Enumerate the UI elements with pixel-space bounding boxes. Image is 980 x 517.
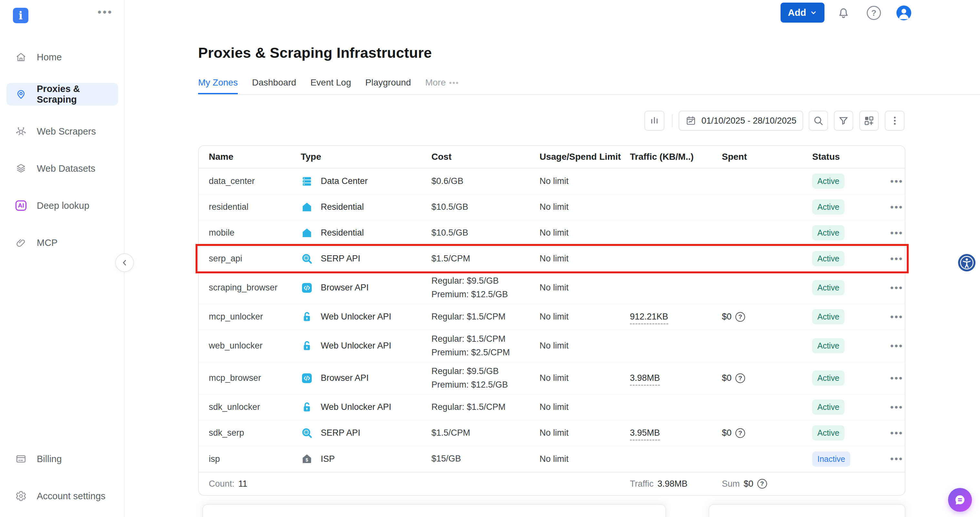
table-row[interactable]: serp_apiSERP API$1.5/CPMNo limitActive••… xyxy=(199,246,905,272)
zone-name: scraping_browser xyxy=(209,283,301,293)
zone-type: Data Center xyxy=(301,175,431,188)
tab-label: More xyxy=(425,78,446,88)
row-menu-dots-icon[interactable]: ••• xyxy=(890,312,904,322)
sidebar-item-mcp[interactable]: MCP xyxy=(6,231,118,254)
zone-status: Inactive xyxy=(812,452,890,467)
column-header: Type xyxy=(301,152,431,162)
more-options-button[interactable] xyxy=(885,111,905,131)
accessibility-button[interactable] xyxy=(958,254,975,271)
sidebar-item-label: Web Scrapers xyxy=(37,126,96,137)
sidebar-item-home[interactable]: Home xyxy=(6,46,118,68)
traffic-value[interactable]: 3.98MB xyxy=(630,373,660,386)
app-root: i ••• HomeProxies & ScrapingWeb Scrapers… xyxy=(0,0,980,517)
table-row[interactable]: residentialResidential$10.5/GBNo limitAc… xyxy=(199,194,905,220)
zone-name: isp xyxy=(209,454,301,464)
zone-status: Active xyxy=(812,225,890,240)
spent-help-icon[interactable]: ? xyxy=(735,374,745,383)
row-menu-dots-icon[interactable]: ••• xyxy=(890,282,904,293)
sidebar-item-account-settings[interactable]: Account settings xyxy=(6,485,118,507)
usage-spend-limit: No limit xyxy=(539,254,630,264)
date-range-button[interactable]: 01/10/2025 - 28/10/2025 xyxy=(679,111,803,131)
row-menu-dots-icon[interactable]: ••• xyxy=(890,373,904,384)
row-menu-dots-icon[interactable]: ••• xyxy=(890,227,904,239)
page-title: Proxies & Scraping Infrastructure xyxy=(198,45,432,61)
notifications-bell-icon[interactable] xyxy=(837,6,851,20)
lock-icon xyxy=(301,311,313,323)
spent-help-icon[interactable]: ? xyxy=(735,312,745,322)
traffic-value[interactable]: 3.95MB xyxy=(630,428,660,441)
table-row[interactable]: mobileResidential$10.5/GBNo limitActive•… xyxy=(199,220,905,246)
cost-line: $1.5/CPM xyxy=(431,252,539,266)
sidebar-item-proxies-scraping[interactable]: Proxies & Scraping xyxy=(6,83,118,105)
row-menu-dots-icon[interactable]: ••• xyxy=(890,428,904,439)
zone-name: web_unlocker xyxy=(209,341,301,351)
table-row[interactable]: sdk_serpSERP API$1.5/CPMNo limit3.95MB$0… xyxy=(199,420,905,446)
user-avatar[interactable] xyxy=(896,5,911,20)
usage-spend-limit: No limit xyxy=(539,454,630,464)
cost-line: Regular: $1.5/CPM xyxy=(431,310,539,324)
status-badge: Active xyxy=(812,225,845,240)
table-row[interactable]: isp$ISP$15/GBNo limitInactive••• xyxy=(199,446,905,472)
row-menu-dots-icon[interactable]: ••• xyxy=(890,176,904,187)
calendar-icon xyxy=(686,115,696,126)
zone-type: SERP API xyxy=(301,253,431,265)
status-badge: Active xyxy=(812,199,845,215)
status-badge: Inactive xyxy=(812,452,850,467)
spent-value: $0 xyxy=(722,428,732,438)
status-badge: Active xyxy=(812,309,845,325)
sidebar-more-icon[interactable]: ••• xyxy=(97,6,113,18)
table-row[interactable]: mcp_unlockerWeb Unlocker APIRegular: $1.… xyxy=(199,304,905,330)
status-badge: Active xyxy=(812,251,845,266)
chat-button[interactable] xyxy=(948,488,972,512)
column-header: Status xyxy=(812,152,890,162)
widgets-button[interactable] xyxy=(859,111,879,131)
server-icon xyxy=(301,175,313,188)
table-row[interactable]: mcp_browserBrowser APIRegular: $9.5/GBPr… xyxy=(199,362,905,395)
tab-dashboard[interactable]: Dashboard xyxy=(252,78,296,94)
cost-line: $0.6/GB xyxy=(431,175,539,188)
sidebar-item-billing[interactable]: Billing xyxy=(6,448,118,470)
zone-cost: $0.6/GB xyxy=(431,175,539,188)
table-row[interactable]: scraping_browserBrowser APIRegular: $9.5… xyxy=(199,272,905,304)
row-menu-dots-icon[interactable]: ••• xyxy=(890,453,904,465)
spent-help-icon[interactable]: ? xyxy=(735,428,745,438)
tab-more[interactable]: More••• xyxy=(425,78,459,94)
brand-logo-icon[interactable]: i xyxy=(13,8,29,23)
tab-my-zones[interactable]: My Zones xyxy=(198,78,238,94)
add-button[interactable]: Add xyxy=(781,3,824,22)
tab-event-log[interactable]: Event Log xyxy=(310,78,351,94)
table-row[interactable]: sdk_unlockerWeb Unlocker APIRegular: $1.… xyxy=(199,395,905,420)
sum-help-icon[interactable]: ? xyxy=(757,479,767,488)
zone-cost: $1.5/CPM xyxy=(431,426,539,440)
row-menu-dots-icon[interactable]: ••• xyxy=(890,340,904,352)
sidebar-item-deep-lookup[interactable]: AIDeep lookup xyxy=(6,194,118,217)
zone-status: Active xyxy=(812,199,890,215)
sidebar-bottom-nav: BillingAccount settings xyxy=(0,448,124,507)
sidebar-item-label: MCP xyxy=(37,237,57,248)
zone-status: Active xyxy=(812,399,890,415)
filter-button[interactable] xyxy=(834,111,853,131)
search-button[interactable] xyxy=(809,111,828,131)
tab-more-dots-icon: ••• xyxy=(449,78,459,87)
zone-name: data_center xyxy=(209,176,301,186)
sidebar-item-web-datasets[interactable]: Web Datasets xyxy=(6,157,118,180)
cost-line: $10.5/GB xyxy=(431,226,539,240)
sidebar-collapse-button[interactable] xyxy=(115,253,134,272)
zone-spent: $0? xyxy=(722,312,812,322)
column-header: Spent xyxy=(722,152,812,162)
tab-playground[interactable]: Playground xyxy=(365,78,411,94)
table-row[interactable]: data_centerData Center$0.6/GBNo limitAct… xyxy=(199,169,905,194)
tab-divider xyxy=(198,94,980,95)
row-menu-dots-icon[interactable]: ••• xyxy=(890,402,904,413)
zone-type-label: Web Unlocker API xyxy=(321,312,391,322)
row-menu-dots-icon[interactable]: ••• xyxy=(890,253,904,264)
sidebar-item-label: Home xyxy=(37,52,62,63)
chart-view-button[interactable] xyxy=(644,111,664,131)
help-icon[interactable]: ? xyxy=(867,6,881,20)
sidebar-item-web-scrapers[interactable]: Web Scrapers xyxy=(6,120,118,143)
row-menu-dots-icon[interactable]: ••• xyxy=(890,202,904,213)
table-row[interactable]: web_unlockerWeb Unlocker APIRegular: $1.… xyxy=(199,330,905,362)
cost-line: Regular: $9.5/GB xyxy=(431,274,539,288)
zone-type: Web Unlocker API xyxy=(301,401,431,414)
traffic-value[interactable]: 912.21KB xyxy=(630,312,668,325)
